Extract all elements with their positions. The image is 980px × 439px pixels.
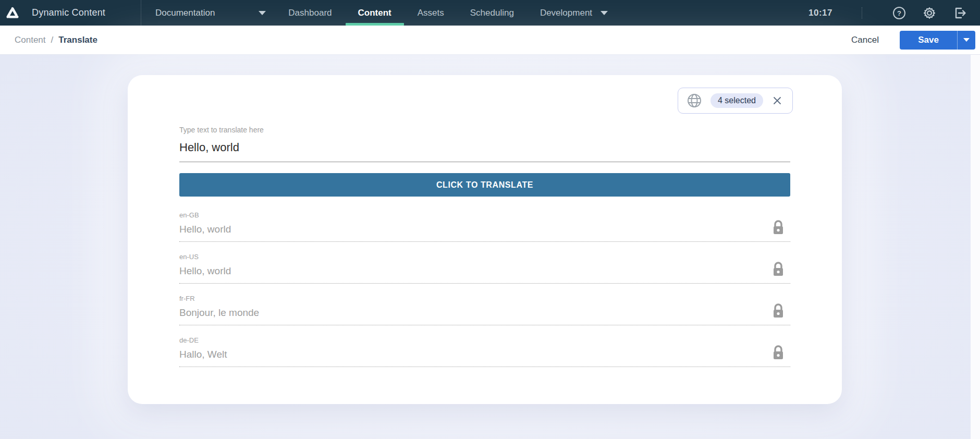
locale-selector-chip[interactable]: 4 selected	[678, 88, 793, 114]
chevron-down-icon	[963, 38, 970, 42]
settings-gear-icon[interactable]	[922, 5, 937, 21]
translate-card: 4 selected Type text to translate here C…	[128, 75, 842, 404]
translation-value: Hallo, Welt	[179, 349, 790, 367]
save-button-group: Save	[900, 31, 975, 50]
translation-row-fr-FR: fr-FR Bonjour, le monde	[179, 295, 790, 336]
documentation-label: Documentation	[155, 8, 215, 18]
locale-code-label: en-US	[179, 253, 790, 261]
tab-dashboard[interactable]: Dashboard	[288, 0, 332, 26]
brand: Dynamic Content	[0, 0, 141, 26]
documentation-menu[interactable]: Documentation	[155, 0, 266, 26]
toolbar-actions: Cancel Save	[851, 31, 975, 50]
tab-content[interactable]: Content	[358, 0, 391, 26]
close-icon[interactable]	[771, 95, 783, 106]
translation-results: en-GB Hello, world en-US Hello, wo	[179, 211, 790, 378]
chevron-down-icon	[601, 11, 608, 15]
main-tabs: Dashboard Content Assets Scheduling Deve…	[288, 0, 634, 26]
top-navigation-bar: Dynamic Content Documentation Dashboard …	[0, 0, 980, 26]
app-window: Dynamic Content Documentation Dashboard …	[0, 0, 980, 439]
tab-development[interactable]: Development	[540, 0, 608, 26]
lock-icon[interactable]	[771, 261, 785, 278]
clock: 10:17	[808, 8, 832, 18]
locale-code-label: fr-FR	[179, 295, 790, 302]
scrollbar-track[interactable]	[971, 55, 980, 439]
save-options-dropdown-button[interactable]	[957, 31, 975, 50]
globe-icon	[687, 93, 702, 108]
translation-value: Bonjour, le monde	[179, 307, 790, 325]
translation-value: Hello, world	[179, 265, 790, 284]
translate-button[interactable]: CLICK TO TRANSLATE	[179, 173, 790, 197]
lock-icon[interactable]	[771, 219, 785, 236]
breadcrumb-separator: /	[51, 35, 54, 45]
page-toolbar: Content / Translate Cancel Save	[0, 26, 980, 55]
translation-value: Hello, world	[179, 224, 790, 242]
translation-row-en-US: en-US Hello, world	[179, 253, 790, 295]
breadcrumb: Content / Translate	[15, 35, 97, 45]
breadcrumb-content-link[interactable]: Content	[15, 35, 46, 45]
translation-row-en-GB: en-GB Hello, world	[179, 211, 790, 253]
lock-icon[interactable]	[771, 345, 785, 361]
logout-icon[interactable]	[952, 5, 967, 21]
translation-row-de-DE: de-DE Hallo, Welt	[179, 336, 790, 378]
save-button[interactable]: Save	[900, 31, 957, 50]
lock-icon[interactable]	[771, 303, 785, 320]
selected-locales-badge: 4 selected	[710, 93, 763, 108]
tab-scheduling[interactable]: Scheduling	[470, 0, 514, 26]
content-area: 4 selected Type text to translate here C…	[0, 55, 980, 439]
cancel-button[interactable]: Cancel	[851, 35, 879, 45]
locale-code-label: de-DE	[179, 336, 790, 344]
topbar-right-controls: 10:17 ?	[808, 0, 980, 26]
source-text-input[interactable]	[179, 139, 790, 162]
chevron-down-icon	[259, 11, 266, 15]
locale-code-label: en-GB	[179, 211, 790, 219]
help-icon[interactable]: ?	[891, 5, 907, 21]
translate-form: Type text to translate here CLICK TO TRA…	[179, 125, 790, 378]
tab-assets[interactable]: Assets	[418, 0, 444, 26]
svg-text:?: ?	[897, 9, 901, 17]
app-title: Dynamic Content	[32, 7, 105, 18]
vertical-divider	[862, 7, 862, 19]
amplience-logo-icon	[5, 5, 20, 21]
page-title: Translate	[58, 35, 97, 45]
source-text-label: Type text to translate here	[179, 126, 264, 134]
